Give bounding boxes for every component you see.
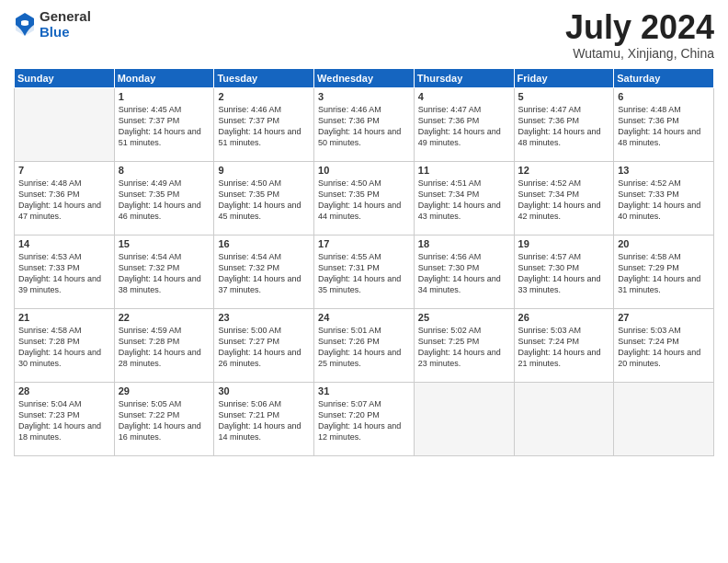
day-number: 18 — [418, 238, 510, 249]
day-number: 19 — [518, 238, 610, 249]
logo-blue-text: Blue — [40, 25, 91, 40]
cell-info: Sunrise: 4:50 AMSunset: 7:35 PMDaylight:… — [318, 178, 401, 221]
day-number: 9 — [218, 165, 310, 176]
calendar-week-row: 1 Sunrise: 4:45 AMSunset: 7:37 PMDayligh… — [15, 87, 714, 161]
day-number: 21 — [18, 312, 110, 323]
table-row: 23 Sunrise: 5:00 AMSunset: 7:27 PMDaylig… — [214, 308, 314, 382]
cell-info: Sunrise: 4:58 AMSunset: 7:29 PMDaylight:… — [618, 252, 700, 294]
header-wednesday: Wednesday — [314, 68, 415, 87]
table-row: 3 Sunrise: 4:46 AMSunset: 7:36 PMDayligh… — [314, 87, 415, 161]
table-row: 1 Sunrise: 4:45 AMSunset: 7:37 PMDayligh… — [114, 87, 214, 161]
cell-info: Sunrise: 4:48 AMSunset: 7:36 PMDaylight:… — [18, 178, 101, 221]
table-row: 14 Sunrise: 4:53 AMSunset: 7:33 PMDaylig… — [15, 235, 115, 308]
table-row — [614, 382, 714, 455]
cell-info: Sunrise: 4:52 AMSunset: 7:34 PMDaylight:… — [518, 178, 601, 221]
table-row: 12 Sunrise: 4:52 AMSunset: 7:34 PMDaylig… — [514, 161, 614, 235]
day-number: 26 — [518, 312, 610, 323]
day-number: 15 — [119, 238, 210, 249]
table-row: 22 Sunrise: 4:59 AMSunset: 7:28 PMDaylig… — [114, 308, 214, 382]
page: General Blue July 2024 Wutamu, Xinjiang,… — [0, 0, 728, 563]
table-row: 17 Sunrise: 4:55 AMSunset: 7:31 PMDaylig… — [314, 235, 415, 308]
table-row: 5 Sunrise: 4:47 AMSunset: 7:36 PMDayligh… — [514, 87, 614, 161]
day-number: 31 — [318, 385, 410, 396]
header-sunday: Sunday — [15, 68, 115, 87]
calendar-week-row: 28 Sunrise: 5:04 AMSunset: 7:23 PMDaylig… — [15, 382, 714, 455]
day-number: 5 — [518, 91, 610, 102]
header-monday: Monday — [114, 68, 214, 87]
cell-info: Sunrise: 4:55 AMSunset: 7:31 PMDaylight:… — [318, 252, 401, 294]
logo-text: General Blue — [40, 9, 91, 40]
table-row: 15 Sunrise: 4:54 AMSunset: 7:32 PMDaylig… — [114, 235, 214, 308]
table-row: 6 Sunrise: 4:48 AMSunset: 7:36 PMDayligh… — [614, 87, 714, 161]
table-row: 16 Sunrise: 4:54 AMSunset: 7:32 PMDaylig… — [214, 235, 314, 308]
cell-info: Sunrise: 5:04 AMSunset: 7:23 PMDaylight:… — [18, 399, 101, 442]
title-block: July 2024 Wutamu, Xinjiang, China — [565, 9, 714, 61]
day-number: 28 — [18, 385, 110, 396]
cell-info: Sunrise: 4:58 AMSunset: 7:28 PMDaylight:… — [18, 326, 101, 368]
cell-info: Sunrise: 4:53 AMSunset: 7:33 PMDaylight:… — [18, 252, 101, 294]
cell-info: Sunrise: 5:00 AMSunset: 7:27 PMDaylight:… — [218, 326, 301, 368]
table-row: 27 Sunrise: 5:03 AMSunset: 7:24 PMDaylig… — [614, 308, 714, 382]
table-row: 28 Sunrise: 5:04 AMSunset: 7:23 PMDaylig… — [15, 382, 115, 455]
cell-info: Sunrise: 5:02 AMSunset: 7:25 PMDaylight:… — [418, 326, 501, 368]
cell-info: Sunrise: 5:03 AMSunset: 7:24 PMDaylight:… — [518, 326, 601, 368]
day-number: 27 — [618, 312, 710, 323]
cell-info: Sunrise: 4:46 AMSunset: 7:36 PMDaylight:… — [318, 105, 401, 147]
header-thursday: Thursday — [414, 68, 514, 87]
day-number: 17 — [318, 238, 410, 249]
table-row: 18 Sunrise: 4:56 AMSunset: 7:30 PMDaylig… — [414, 235, 514, 308]
table-row — [15, 87, 115, 161]
calendar-table: Sunday Monday Tuesday Wednesday Thursday… — [14, 68, 714, 456]
table-row: 2 Sunrise: 4:46 AMSunset: 7:37 PMDayligh… — [214, 87, 314, 161]
day-number: 29 — [119, 385, 210, 396]
cell-info: Sunrise: 4:50 AMSunset: 7:35 PMDaylight:… — [218, 178, 301, 221]
day-number: 13 — [618, 165, 710, 176]
logo: General Blue — [14, 9, 91, 40]
weekday-header-row: Sunday Monday Tuesday Wednesday Thursday… — [15, 68, 714, 87]
cell-info: Sunrise: 4:54 AMSunset: 7:32 PMDaylight:… — [119, 252, 201, 294]
logo-icon — [14, 12, 36, 38]
cell-info: Sunrise: 4:47 AMSunset: 7:36 PMDaylight:… — [418, 105, 501, 147]
header: General Blue July 2024 Wutamu, Xinjiang,… — [14, 9, 714, 61]
day-number: 12 — [518, 165, 610, 176]
table-row: 19 Sunrise: 4:57 AMSunset: 7:30 PMDaylig… — [514, 235, 614, 308]
header-saturday: Saturday — [614, 68, 714, 87]
day-number: 8 — [119, 165, 210, 176]
day-number: 7 — [18, 165, 110, 176]
table-row: 21 Sunrise: 4:58 AMSunset: 7:28 PMDaylig… — [15, 308, 115, 382]
cell-info: Sunrise: 4:49 AMSunset: 7:35 PMDaylight:… — [119, 178, 201, 221]
cell-info: Sunrise: 5:05 AMSunset: 7:22 PMDaylight:… — [119, 399, 201, 442]
cell-info: Sunrise: 5:03 AMSunset: 7:24 PMDaylight:… — [618, 326, 700, 368]
cell-info: Sunrise: 5:01 AMSunset: 7:26 PMDaylight:… — [318, 326, 401, 368]
day-number: 23 — [218, 312, 310, 323]
cell-info: Sunrise: 4:51 AMSunset: 7:34 PMDaylight:… — [418, 178, 501, 221]
cell-info: Sunrise: 4:47 AMSunset: 7:36 PMDaylight:… — [518, 105, 601, 147]
table-row — [514, 382, 614, 455]
table-row: 29 Sunrise: 5:05 AMSunset: 7:22 PMDaylig… — [114, 382, 214, 455]
month-title: July 2024 — [565, 9, 714, 46]
calendar-week-row: 7 Sunrise: 4:48 AMSunset: 7:36 PMDayligh… — [15, 161, 714, 235]
day-number: 1 — [119, 91, 210, 102]
calendar-week-row: 21 Sunrise: 4:58 AMSunset: 7:28 PMDaylig… — [15, 308, 714, 382]
day-number: 3 — [318, 91, 410, 102]
cell-info: Sunrise: 5:06 AMSunset: 7:21 PMDaylight:… — [218, 399, 301, 442]
calendar-week-row: 14 Sunrise: 4:53 AMSunset: 7:33 PMDaylig… — [15, 235, 714, 308]
table-row: 7 Sunrise: 4:48 AMSunset: 7:36 PMDayligh… — [15, 161, 115, 235]
cell-info: Sunrise: 4:59 AMSunset: 7:28 PMDaylight:… — [119, 326, 201, 368]
day-number: 25 — [418, 312, 510, 323]
table-row: 11 Sunrise: 4:51 AMSunset: 7:34 PMDaylig… — [414, 161, 514, 235]
cell-info: Sunrise: 5:07 AMSunset: 7:20 PMDaylight:… — [318, 399, 401, 442]
table-row: 4 Sunrise: 4:47 AMSunset: 7:36 PMDayligh… — [414, 87, 514, 161]
header-tuesday: Tuesday — [214, 68, 314, 87]
cell-info: Sunrise: 4:48 AMSunset: 7:36 PMDaylight:… — [618, 105, 700, 147]
day-number: 11 — [418, 165, 510, 176]
cell-info: Sunrise: 4:45 AMSunset: 7:37 PMDaylight:… — [119, 105, 201, 147]
day-number: 22 — [119, 312, 210, 323]
day-number: 6 — [618, 91, 710, 102]
location: Wutamu, Xinjiang, China — [565, 46, 714, 61]
table-row: 9 Sunrise: 4:50 AMSunset: 7:35 PMDayligh… — [214, 161, 314, 235]
day-number: 16 — [218, 238, 310, 249]
logo-general-text: General — [40, 9, 91, 25]
cell-info: Sunrise: 4:56 AMSunset: 7:30 PMDaylight:… — [418, 252, 501, 294]
day-number: 4 — [418, 91, 510, 102]
